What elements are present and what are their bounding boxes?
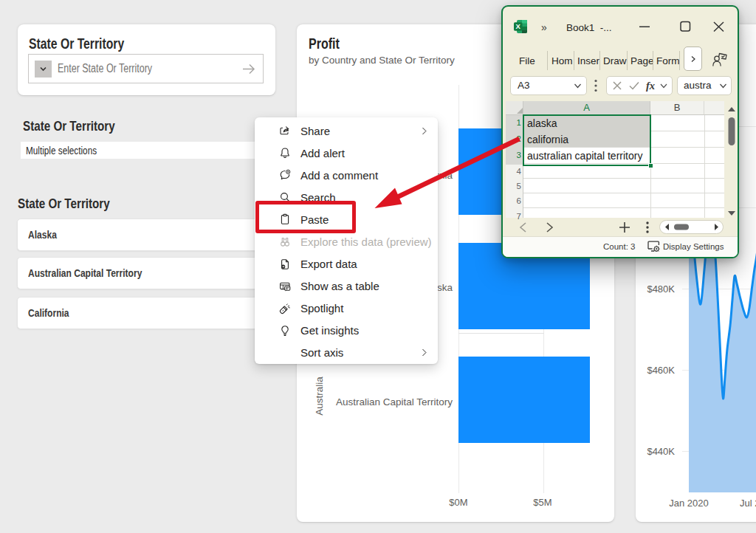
- svg-text:X: X: [516, 22, 521, 30]
- svg-text:fx: fx: [646, 80, 655, 92]
